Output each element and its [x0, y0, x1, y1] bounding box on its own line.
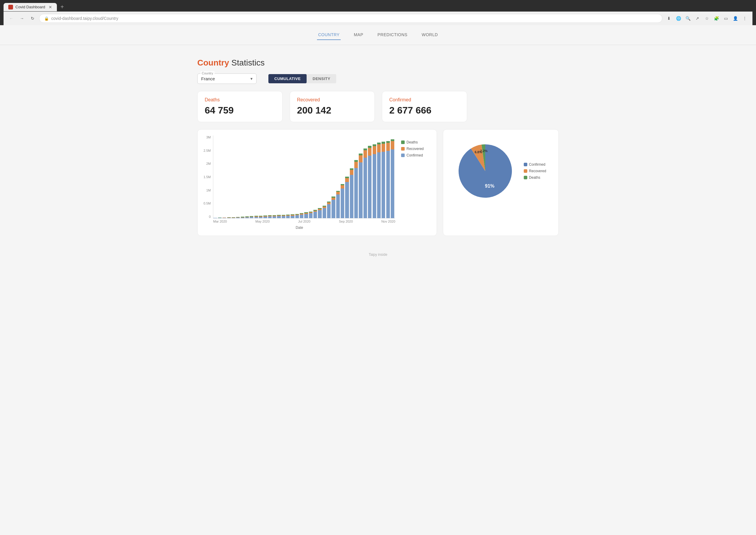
- bar-stack: [245, 216, 249, 218]
- bar-group: [223, 135, 227, 218]
- url-base: covid-dashboard.taipy.cloud/: [51, 16, 104, 21]
- bar-stack: [336, 191, 340, 218]
- url-display: covid-dashboard.taipy.cloud/Country: [51, 16, 118, 21]
- bar-group: [245, 135, 250, 218]
- bar-group: [345, 135, 350, 218]
- bar-stack: [318, 208, 321, 218]
- recovered-value: 200 142: [297, 105, 368, 116]
- bar-group: [259, 135, 263, 218]
- sidebar-button[interactable]: ▭: [722, 14, 730, 22]
- bar-group: [327, 135, 332, 218]
- bar-stack: [291, 214, 294, 218]
- legend-label: Confirmed: [406, 153, 423, 157]
- tab-close-icon[interactable]: ✕: [49, 5, 52, 10]
- page-title: Country Statistics: [197, 58, 559, 68]
- legend-dot: [401, 154, 405, 157]
- bar-group: [354, 135, 359, 218]
- pie-legend-item: Deaths: [524, 176, 546, 180]
- y-axis-label: 0.5M: [203, 202, 211, 205]
- browser-toolbar: ← → ↻ 🔒 covid-dashboard.taipy.cloud/Coun…: [4, 12, 752, 25]
- density-toggle[interactable]: DENSITY: [307, 74, 336, 83]
- confirmed-label: Confirmed: [389, 97, 460, 102]
- bar-group: [373, 135, 377, 218]
- address-bar[interactable]: 🔒 covid-dashboard.taipy.cloud/Country: [39, 14, 662, 23]
- bar-group: [341, 135, 345, 218]
- lock-icon: 🔒: [44, 16, 49, 21]
- bar-stack: [232, 217, 235, 218]
- bar-group: [295, 135, 300, 218]
- translate-button[interactable]: 🌐: [674, 14, 683, 22]
- legend-dot: [401, 140, 405, 144]
- pie-legend-item: Confirmed: [524, 162, 546, 167]
- browser-chrome: Covid Dashboard ✕ + ← → ↻ 🔒 covid-dashbo…: [0, 0, 756, 25]
- bar-group: [291, 135, 295, 218]
- bar-group: [286, 135, 291, 218]
- pie-chart-area: 91%6.8%2.2% ConfirmedRecoveredDeaths: [449, 135, 553, 207]
- pie-label-deaths: 2.2%: [480, 149, 487, 153]
- bar-stack: [368, 146, 371, 218]
- tab-favicon: [8, 5, 13, 10]
- pie-legend-dot: [524, 176, 527, 179]
- bar-group: [313, 135, 318, 218]
- extensions-button[interactable]: 🧩: [712, 14, 720, 22]
- bar-group: [364, 135, 368, 218]
- bar-stack: [373, 144, 376, 218]
- toggle-group: CUMULATIVE DENSITY: [268, 74, 336, 83]
- screenshot-button[interactable]: ⬇: [665, 14, 673, 22]
- bar-group: [263, 135, 268, 218]
- bar-group: [304, 135, 309, 218]
- forward-button[interactable]: →: [18, 14, 26, 22]
- tab-predictions[interactable]: PREDICTIONS: [376, 30, 409, 40]
- page-title-highlight: Country: [197, 58, 229, 67]
- bar-group: [250, 135, 254, 218]
- pie-legend-dot: [524, 163, 527, 166]
- bar-stack: [332, 197, 335, 218]
- tab-world[interactable]: WORLD: [420, 30, 439, 40]
- recovered-card: Recovered 200 142: [290, 91, 375, 122]
- zoom-button[interactable]: 🔍: [684, 14, 692, 22]
- active-tab[interactable]: Covid Dashboard ✕: [4, 3, 57, 11]
- pie-chart-container: 91%6.8%2.2% ConfirmedRecoveredDeaths: [443, 129, 559, 236]
- country-select[interactable]: Country France ▼: [197, 73, 256, 84]
- footer: Taipy inside: [0, 248, 756, 262]
- browser-action-buttons: ⬇ 🌐 🔍 ↗ ☆ 🧩 ▭ 👤 ⋮: [665, 14, 749, 22]
- new-tab-icon[interactable]: +: [58, 2, 67, 12]
- y-axis-label: 2M: [206, 162, 211, 165]
- pie-legend-item: Recovered: [524, 169, 546, 173]
- back-button[interactable]: ←: [7, 14, 15, 22]
- x-axis-label: May 2020: [256, 220, 270, 223]
- chart-body: [213, 135, 395, 218]
- bar-stack: [259, 216, 262, 218]
- cumulative-toggle[interactable]: CUMULATIVE: [268, 74, 307, 83]
- menu-button[interactable]: ⋮: [741, 14, 749, 22]
- bar-stack: [295, 214, 299, 218]
- bar-stack: [386, 141, 390, 218]
- bar-group: [332, 135, 336, 218]
- share-button[interactable]: ↗: [693, 14, 701, 22]
- profile-button[interactable]: 👤: [731, 14, 740, 22]
- bar-group: [218, 135, 223, 218]
- pie-legend-label: Confirmed: [529, 162, 545, 167]
- bar-group: [391, 135, 395, 218]
- bookmark-button[interactable]: ☆: [703, 14, 711, 22]
- bar-group: [318, 135, 322, 218]
- tab-map[interactable]: MAP: [353, 30, 364, 40]
- bar-stack: [323, 206, 326, 218]
- bar-stack: [223, 217, 226, 218]
- legend-dot: [401, 147, 405, 151]
- bar-stack: [345, 177, 349, 218]
- bar-group: [382, 135, 386, 218]
- bar-group: [368, 135, 372, 218]
- chart-with-legend: 3M2.5M2M1.5M1M0.5M0 Mar 2020May 2020Jul …: [203, 135, 431, 230]
- deaths-value: 64 759: [205, 105, 275, 116]
- controls-row: Country France ▼ CUMULATIVE DENSITY: [197, 73, 559, 84]
- pie-legend-label: Recovered: [529, 169, 546, 173]
- app-content: COUNTRY MAP PREDICTIONS WORLD Country St…: [0, 25, 756, 535]
- reload-button[interactable]: ↻: [28, 14, 37, 22]
- legend-item: Deaths: [401, 140, 431, 144]
- bar-group: [300, 135, 304, 218]
- bar-stack: [350, 168, 353, 218]
- deaths-label: Deaths: [205, 97, 275, 102]
- tab-country[interactable]: COUNTRY: [317, 30, 341, 40]
- x-axis-label: Jul 2020: [298, 220, 310, 223]
